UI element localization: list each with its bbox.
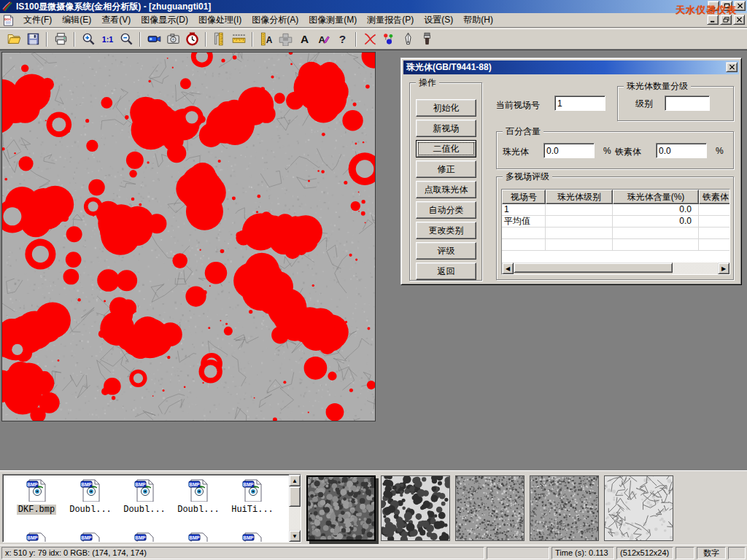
menu-view[interactable]: 查看(V)	[96, 12, 136, 28]
pick-pearlite-button[interactable]: 点取珠光体	[416, 181, 476, 198]
svg-text:BMP: BMP	[189, 482, 200, 487]
micrograph-thumbnail-2[interactable]	[381, 475, 450, 541]
file-item-partial[interactable]: BMP	[10, 532, 63, 542]
menu-image-analysis[interactable]: 图像分析(A)	[247, 12, 303, 28]
bmp-file-icon: BMP	[25, 532, 48, 542]
print-button[interactable]	[51, 31, 70, 48]
return-button[interactable]: 返回	[416, 262, 476, 280]
file-item[interactable]: BMP DKF.bmp	[10, 478, 63, 515]
timer-clock-button[interactable]	[182, 31, 201, 48]
caliper-button[interactable]	[210, 31, 229, 48]
open-file-button[interactable]	[4, 31, 23, 48]
correct-button[interactable]: 修正	[416, 160, 476, 178]
zoom-in-button[interactable]	[79, 31, 98, 48]
scrollbar-thumb[interactable]	[289, 486, 301, 507]
file-item[interactable]: BMP Doubl...	[118, 478, 171, 515]
ferrite-percent-input[interactable]	[656, 143, 707, 158]
level-input[interactable]	[665, 96, 710, 111]
menu-edit[interactable]: 编辑(E)	[57, 12, 96, 28]
auto-classify-button[interactable]: 自动分类	[416, 201, 476, 219]
col-pearlite-content[interactable]: 珠光体含量(%)	[613, 190, 699, 204]
dialog-close-button[interactable]	[726, 62, 738, 72]
camera-icon	[166, 32, 180, 46]
menu-image-processing[interactable]: 图像处理(I)	[193, 12, 247, 28]
percent-group-label: 百分含量	[503, 126, 543, 136]
save-button[interactable]	[23, 31, 42, 48]
svg-text:BMP: BMP	[135, 482, 146, 487]
dialog-title-bar[interactable]: 珠光体(GB/T9441-88)	[403, 61, 739, 74]
file-item-partial[interactable]: BMP	[226, 532, 279, 542]
cell-ferrite	[699, 204, 730, 215]
camera-button[interactable]	[163, 31, 182, 48]
actual-size-button[interactable]: 1:1	[98, 31, 117, 48]
rate-button[interactable]: 评级	[416, 242, 476, 260]
svg-text:?: ?	[338, 33, 345, 45]
ruler-button[interactable]	[229, 31, 248, 48]
measure-text-button[interactable]: A	[257, 31, 276, 48]
menu-settings[interactable]: 设置(S)	[419, 12, 458, 28]
svg-text:BMP: BMP	[27, 535, 38, 540]
thumbnail-strip	[306, 475, 673, 541]
video-capture-button[interactable]	[144, 31, 163, 48]
scroll-up-arrow[interactable]: ▲	[289, 475, 301, 486]
file-name[interactable]: DKF.bmp	[17, 505, 56, 515]
open-file-icon	[7, 32, 21, 46]
change-class-button[interactable]: 更改类别	[416, 222, 476, 239]
brush-button[interactable]	[417, 31, 436, 48]
curve-tool-button[interactable]	[360, 31, 379, 48]
scrollbar-track[interactable]	[673, 262, 718, 274]
help-button[interactable]: ?	[333, 31, 352, 48]
file-item-partial[interactable]: BMP	[172, 532, 225, 542]
initialize-button[interactable]: 初始化	[416, 99, 476, 117]
file-name[interactable]: Doubl...	[122, 505, 167, 515]
metallograph-image[interactable]	[1, 52, 376, 421]
file-item-partial[interactable]: BMP	[118, 532, 171, 542]
file-item[interactable]: BMP Doubl...	[64, 478, 117, 515]
col-ferrite[interactable]: 铁素体	[699, 190, 730, 204]
svg-text:BMP: BMP	[81, 482, 92, 487]
menu-help[interactable]: 帮助(H)	[458, 12, 498, 28]
col-field-number[interactable]: 视场号	[502, 190, 546, 204]
document-system-menu-icon[interactable]: DOC	[2, 15, 15, 26]
menu-image-display[interactable]: 图像显示(D)	[136, 12, 193, 28]
grid-cross-button[interactable]	[276, 31, 295, 48]
micrograph-thumbnail-5[interactable]	[604, 475, 673, 541]
file-item[interactable]: BMP Doubl...	[172, 478, 225, 515]
scroll-down-arrow[interactable]: ▼	[289, 530, 301, 542]
file-name[interactable]: Doubl...	[176, 505, 221, 515]
col-pearlite-grade[interactable]: 珠光体级别	[546, 190, 613, 204]
table-row-empty	[502, 239, 729, 251]
table-row[interactable]: 1 0.0	[502, 204, 729, 216]
file-name[interactable]: Doubl...	[68, 505, 113, 515]
file-browser[interactable]: BMP DKF.bmp BMP Doubl... BMP Doubl... BM…	[2, 474, 301, 542]
pen-nib-button[interactable]	[398, 31, 417, 48]
zoom-out-button[interactable]	[117, 31, 136, 48]
grading-group-label: 珠光体数量分级	[624, 81, 691, 91]
new-field-button[interactable]: 新视场	[416, 120, 476, 137]
ferrite-percent-sign: %	[716, 146, 724, 156]
level-label: 级别	[635, 98, 653, 110]
text-label-button[interactable]: A	[295, 31, 314, 48]
multi-field-table[interactable]: 视场号 珠光体级别 珠光体含量(%) 铁素体 1 0.0 平均值	[501, 189, 730, 275]
micrograph-thumbnail-1[interactable]	[306, 475, 376, 541]
scrollbar-thumb[interactable]	[514, 262, 673, 273]
binarize-button[interactable]: 二值化	[416, 140, 476, 158]
current-field-input[interactable]	[554, 96, 605, 111]
file-browser-scrollbar[interactable]: ▲ ▼	[289, 475, 301, 542]
toolbar-separator	[205, 32, 206, 47]
file-item[interactable]: BMP HuiTi...	[226, 478, 279, 515]
particle-classify-button[interactable]	[379, 31, 398, 48]
menu-file[interactable]: 文件(F)	[18, 12, 57, 28]
scroll-left-arrow[interactable]: ◀	[502, 262, 514, 274]
file-name[interactable]: HuiTi...	[230, 505, 275, 515]
menu-measure-report[interactable]: 测量报告(P)	[362, 12, 419, 28]
micrograph-thumbnail-4[interactable]	[530, 475, 599, 541]
table-row[interactable]: 平均值 0.0	[502, 216, 729, 228]
table-horizontal-scrollbar[interactable]: ◀ ▶	[502, 262, 729, 274]
file-item-partial[interactable]: BMP	[64, 532, 117, 542]
pearlite-percent-input[interactable]	[543, 143, 595, 158]
scroll-right-arrow[interactable]: ▶	[718, 262, 729, 274]
menu-image-measure[interactable]: 图像测量(M)	[303, 12, 362, 28]
text-edit-button[interactable]: A	[314, 31, 333, 48]
micrograph-thumbnail-3[interactable]	[455, 475, 525, 541]
